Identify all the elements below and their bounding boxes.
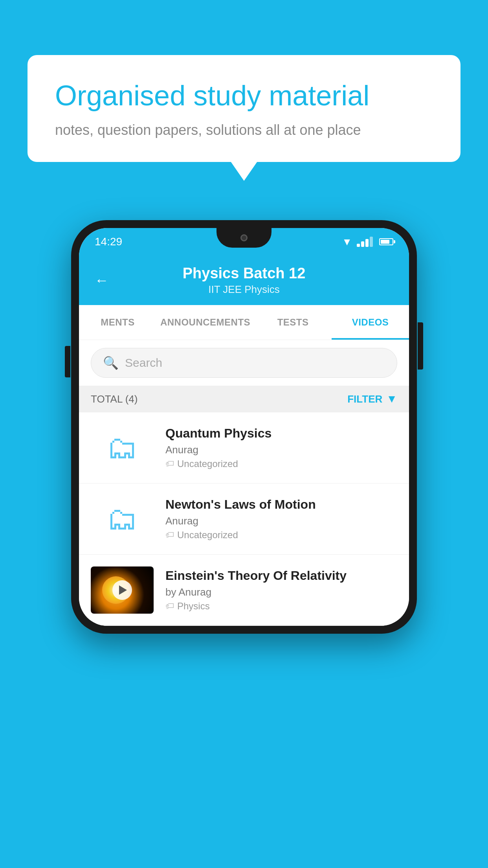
video-author-1: Anurag <box>165 444 397 456</box>
battery-icon <box>379 238 393 245</box>
filter-funnel-icon: ▼ <box>386 393 397 405</box>
filter-button[interactable]: FILTER ▼ <box>347 393 397 405</box>
tab-ments[interactable]: MENTS <box>79 305 156 340</box>
search-container: 🔍 Search <box>79 340 409 386</box>
tab-announcements[interactable]: ANNOUNCEMENTS <box>156 305 254 340</box>
speech-bubble-section: Organised study material notes, question… <box>28 55 460 162</box>
tabs-bar: MENTS ANNOUNCEMENTS TESTS VIDEOS <box>79 305 409 340</box>
video-tag-1: 🏷 Uncategorized <box>165 458 397 469</box>
phone-frame: 14:29 ▼ <box>71 220 417 634</box>
video-author-2: Anurag <box>165 515 397 527</box>
tab-videos[interactable]: VIDEOS <box>332 305 409 340</box>
folder-icon-wrap-2: 🗂 <box>106 501 138 537</box>
folder-thumbnail-1: 🗂 <box>91 424 154 471</box>
video-thumbnail-3 <box>91 566 154 614</box>
header-title: Physics Batch 12 <box>121 265 367 282</box>
video-author-3: by Anurag <box>165 586 397 598</box>
video-title-2: Newton's Laws of Motion <box>165 497 397 512</box>
video-info-1: Quantum Physics Anurag 🏷 Uncategorized <box>165 426 397 469</box>
search-input[interactable]: Search <box>125 356 162 370</box>
video-list: 🗂 Quantum Physics Anurag 🏷 Uncategorized <box>79 412 409 626</box>
back-button[interactable]: ← <box>95 272 109 289</box>
phone-wrapper: 14:29 ▼ <box>71 220 417 634</box>
video-tag-2: 🏷 Uncategorized <box>165 530 397 541</box>
header-title-area: Physics Batch 12 IIT JEE Physics <box>121 265 367 296</box>
folder-icon-2: 🗂 <box>106 501 138 537</box>
list-item[interactable]: 🗂 Quantum Physics Anurag 🏷 Uncategorized <box>79 412 409 484</box>
header-subtitle: IIT JEE Physics <box>121 283 367 296</box>
total-count-label: TOTAL (4) <box>91 393 138 405</box>
tab-tests[interactable]: TESTS <box>254 305 332 340</box>
app-header: ← Physics Batch 12 IIT JEE Physics <box>79 256 409 305</box>
folder-icon: 🗂 <box>106 430 138 466</box>
play-button-overlay[interactable] <box>112 580 132 600</box>
phone-screen: 14:29 ▼ <box>79 228 409 626</box>
camera-dot <box>240 234 248 241</box>
headline-text: Organised study material <box>55 79 433 112</box>
list-item[interactable]: Einstein's Theory Of Relativity by Anura… <box>79 555 409 626</box>
video-info-2: Newton's Laws of Motion Anurag 🏷 Uncateg… <box>165 497 397 541</box>
filter-row: TOTAL (4) FILTER ▼ <box>79 386 409 412</box>
tag-icon-2: 🏷 <box>165 530 174 540</box>
search-bar[interactable]: 🔍 Search <box>91 348 397 378</box>
search-icon: 🔍 <box>103 355 119 370</box>
subtitle-text: notes, question papers, solutions all at… <box>55 122 433 138</box>
status-icons: ▼ <box>342 236 393 248</box>
status-time: 14:29 <box>95 235 122 248</box>
signal-icon <box>357 237 373 247</box>
play-triangle-icon <box>119 585 127 595</box>
speech-bubble-card: Organised study material notes, question… <box>28 55 460 162</box>
notch <box>216 228 272 248</box>
video-tag-3: 🏷 Physics <box>165 601 397 612</box>
video-title-3: Einstein's Theory Of Relativity <box>165 568 397 583</box>
video-info-3: Einstein's Theory Of Relativity by Anura… <box>165 568 397 612</box>
list-item[interactable]: 🗂 Newton's Laws of Motion Anurag 🏷 Uncat… <box>79 484 409 555</box>
status-bar: 14:29 ▼ <box>79 228 409 256</box>
tag-icon-3: 🏷 <box>165 601 174 611</box>
folder-icon-wrap: 🗂 <box>106 430 138 466</box>
wifi-icon: ▼ <box>342 236 352 248</box>
folder-thumbnail-2: 🗂 <box>91 495 154 542</box>
tag-icon-1: 🏷 <box>165 459 174 469</box>
video-title-1: Quantum Physics <box>165 426 397 441</box>
